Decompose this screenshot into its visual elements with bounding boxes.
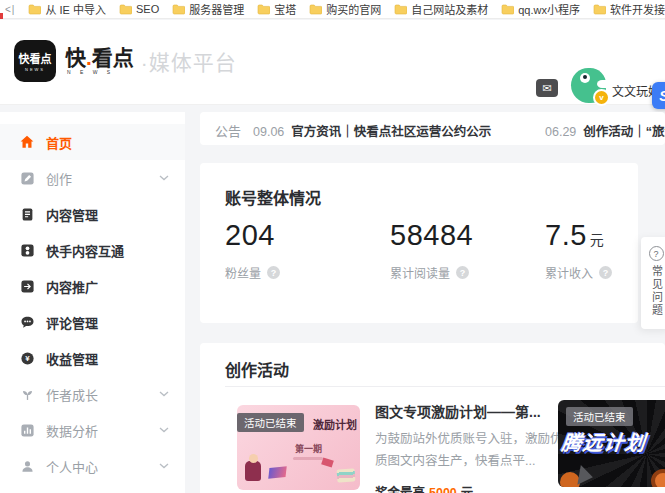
activity-title-link[interactable]: 图文专项激励计划——第... [375, 401, 570, 421]
sidebar-item-label: 内容管理 [46, 205, 98, 224]
announcement-bar: 公告 09.06官方资讯｜快看点社区运营公约公示 06.29创作活动｜“旅游 [200, 112, 665, 145]
kuaishou-icon [19, 242, 35, 258]
sidebar-item-data-analysis[interactable]: 数据分析 [0, 412, 185, 448]
sidebar-item-comment-management[interactable]: 评论管理 [0, 304, 185, 340]
orange-blob-decoration [560, 472, 580, 487]
announcement-date: 06.29 [545, 125, 576, 139]
reward-suffix: 元 [461, 486, 474, 493]
sidebar-item-personal-center[interactable]: 个人中心 [0, 448, 185, 484]
activity-reward: 奖金最高5000元 [375, 482, 570, 493]
activity-thumbnail-2[interactable]: 活动已结束 腾远计划 [558, 400, 665, 487]
announcement-text: 创作活动｜“旅游 [583, 125, 665, 139]
comment-icon [19, 314, 35, 330]
thumbnail-dates-decoration [293, 457, 323, 460]
activities-title: 创作活动 [225, 357, 289, 381]
bookmark-folder[interactable]: 宝塔 [257, 1, 296, 17]
reward-value: 5000 [429, 486, 457, 493]
sidebar-item-home[interactable]: 首页 [0, 124, 185, 160]
help-icon[interactable]: ? [456, 266, 469, 279]
sidebar-item-author-growth[interactable]: 作者成长 [0, 376, 185, 412]
announcement-item[interactable]: 09.06官方资讯｜快看点社区运营公约公示 [253, 121, 491, 140]
sidebar-item-label: 内容推广 [46, 277, 98, 296]
announcement-item[interactable]: 06.29创作活动｜“旅游 [545, 121, 665, 140]
sidebar-item-label: 个人中心 [46, 457, 98, 476]
stat-label: 粉丝量 [225, 264, 261, 281]
dino-pupil [583, 75, 587, 79]
stat-value: 204 [225, 219, 275, 251]
mail-button[interactable]: ✉ [536, 79, 558, 97]
folder-icon [172, 4, 185, 15]
overview-title: 账号整体情况 [225, 185, 321, 209]
activity-info: 图文专项激励计划——第... 为鼓励站外优质账号入驻，激励优质图文内容生产，快看… [375, 401, 570, 493]
bookmark-folder[interactable]: 自己网站及素材 [394, 1, 488, 17]
folder-icon [394, 4, 407, 15]
sidebar-item-content-promotion[interactable]: 内容推广 [0, 268, 185, 304]
bookmark-label: SEO [136, 3, 159, 15]
thumbnail-subtitle: 第一期 [295, 442, 322, 455]
chevron-down-icon [159, 427, 169, 433]
bar-chart-icon [19, 422, 35, 438]
bookmark-folder[interactable]: qq.wx小程序 [501, 1, 580, 17]
help-icon[interactable]: ? [267, 266, 280, 279]
activity-description: 为鼓励站外优质账号入驻，激励优质图文内容生产，快看点平... [375, 429, 563, 473]
svg-text:¥: ¥ [25, 354, 30, 363]
announcement-text: 官方资讯｜快看点社区运营公约公示 [291, 125, 491, 139]
question-icon: ? [649, 246, 664, 261]
sidebar-item-label: 评论管理 [46, 313, 98, 332]
app-window: <| 从 IE 中导入 SEO 服务器管理 宝塔 购买的官网 自己网站及素材 q… [0, 0, 665, 493]
chevron-down-icon [159, 175, 169, 181]
coin-icon: ¥ [19, 350, 35, 366]
sidebar-item-label: 数据分析 [46, 421, 98, 440]
promote-arrow-icon [19, 278, 35, 294]
brand-logo[interactable]: 快看点 NEWS 快.看点 N E W S ·媒体平台 [14, 40, 237, 82]
books-illustration [337, 468, 356, 482]
divider [225, 386, 665, 387]
stat-label: 累计收入 [545, 264, 593, 281]
bookmark-label: 软件开发接单 [610, 1, 665, 17]
bookmark-folder[interactable]: SEO [119, 3, 159, 15]
bookmarks-collapse-icon[interactable]: <| [5, 4, 15, 15]
wordmark-pre: 快 [65, 46, 86, 69]
stat-unit: 元 [590, 232, 604, 248]
faq-label: 常见问题 [651, 265, 662, 317]
sidebar-item-label: 作者成长 [46, 385, 98, 404]
bookmark-folder[interactable]: 购买的官网 [309, 1, 381, 17]
sidebar-item-label: 收益管理 [46, 349, 98, 368]
floating-extension-icon[interactable]: S [652, 82, 665, 109]
bookmarks-bar: <| 从 IE 中导入 SEO 服务器管理 宝塔 购买的官网 自己网站及素材 q… [0, 0, 665, 19]
faq-widget[interactable]: ? 常见问题 [641, 237, 665, 329]
wordmark-post: 看点 [92, 46, 134, 69]
person-icon [19, 458, 35, 474]
bookmark-label: 从 IE 中导入 [45, 1, 106, 17]
bookmark-folder[interactable]: 从 IE 中导入 [28, 1, 106, 17]
folder-icon [593, 4, 606, 15]
brand-wordmark: 快.看点 N E W S [65, 47, 134, 75]
account-overview-card: 账号整体情况 204 粉丝量? 58484 累计阅读量? 7.5元 累计收入? [200, 163, 638, 323]
stat-value: 7.5 [545, 219, 587, 251]
verified-badge-icon: v [593, 89, 610, 106]
home-icon [19, 134, 35, 150]
app-header: 快看点 NEWS 快.看点 N E W S ·媒体平台 ✉ v 文文玩娱乐 S [0, 20, 665, 105]
orange-wheel-decoration [651, 469, 665, 487]
stat-total-reads: 58484 累计阅读量? [390, 219, 476, 281]
creation-activities-card: 创作活动 活动已结束 激励计划 第一期 图文专项激励计划——第... 为鼓励站外… [200, 343, 665, 493]
help-icon[interactable]: ? [599, 266, 612, 279]
triangle-decoration [577, 465, 594, 487]
edge-marker [0, 13, 3, 19]
platform-suffix: ·媒体平台 [141, 46, 237, 76]
sidebar-nav: 首页 创作 内容管理 快手内容互通 内容推广 评论管理 ¥ 收益管理 [0, 112, 185, 493]
bookmark-folder[interactable]: 软件开发接单 [593, 1, 665, 17]
stat-total-income: 7.5元 累计收入? [545, 219, 612, 281]
sidebar-item-create[interactable]: 创作 [0, 160, 185, 196]
sidebar-item-content-management[interactable]: 内容管理 [0, 196, 185, 232]
sidebar-item-kuaishou-sync[interactable]: 快手内容互通 [0, 232, 185, 268]
bookmark-label: 宝塔 [274, 1, 296, 17]
sidebar-item-revenue-management[interactable]: ¥ 收益管理 [0, 340, 185, 376]
bookmark-folder[interactable]: 服务器管理 [172, 1, 244, 17]
chevron-down-icon [159, 391, 169, 397]
dino-mouth [597, 80, 607, 88]
user-avatar[interactable]: v [571, 68, 606, 103]
folder-icon [257, 4, 270, 15]
document-icon [19, 206, 35, 222]
activity-thumbnail-1[interactable]: 活动已结束 激励计划 第一期 [237, 405, 360, 490]
